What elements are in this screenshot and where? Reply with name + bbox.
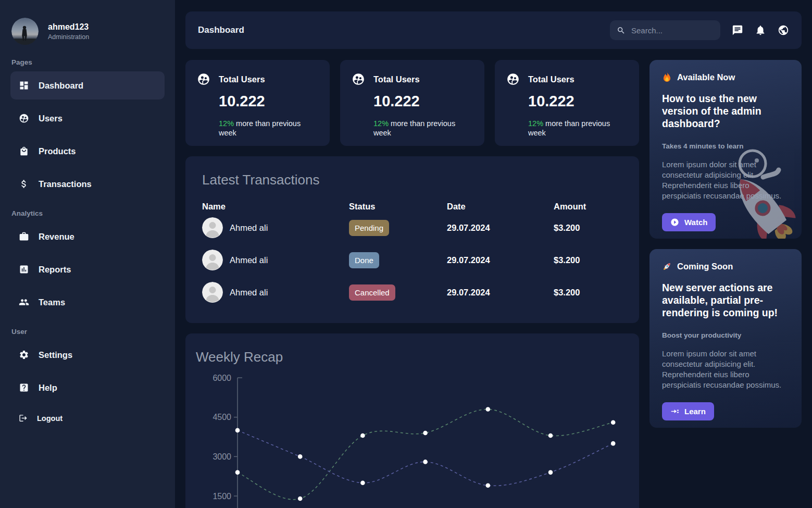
row-avatar: [202, 250, 223, 270]
users-icon: [19, 113, 29, 123]
revenue-icon: [19, 231, 29, 242]
column-header-amount: Amount: [554, 202, 622, 212]
transactions-header-row: NameStatusDateAmount: [202, 202, 622, 212]
products-icon: [19, 146, 29, 156]
search-box[interactable]: [610, 20, 720, 40]
sidebar-nav: PagesDashboardUsersProductsTransactionsA…: [10, 58, 165, 430]
column-header-status: Status: [349, 202, 447, 212]
play-icon: [670, 218, 679, 227]
sidebar-item-label: Reports: [39, 265, 71, 275]
latest-transactions-card: Latest Transactions NameStatusDateAmount…: [185, 156, 639, 323]
status-badge: Done: [349, 252, 379, 268]
app-root: ahmed123 Administration PagesDashboardUs…: [0, 0, 812, 508]
search-icon: [617, 26, 626, 35]
logout-icon: [19, 414, 28, 423]
stat-value: 10.222: [528, 93, 628, 110]
help-icon: [19, 382, 29, 393]
promo-subtext: Boost your productivity: [662, 331, 789, 339]
chat-icon: [732, 24, 743, 36]
sidebar-item-label: Revenue: [39, 232, 74, 242]
start-arrow-icon: [670, 407, 679, 416]
page-title: Dashboard: [198, 25, 244, 35]
promo-subtext: Takes 4 minutes to learn: [662, 142, 789, 150]
column-header-date: Date: [447, 202, 554, 212]
stat-percent: 12%: [219, 119, 234, 128]
transaction-amount: $3.200: [554, 255, 622, 265]
globe-icon: [778, 24, 789, 36]
settings-icon: [19, 350, 29, 360]
users-circle-icon: [197, 72, 210, 86]
promo-card-available-now: Available NowHow to use the new version …: [649, 60, 802, 239]
sidebar-item-settings[interactable]: Settings: [10, 341, 165, 369]
stat-title: Total Users: [373, 75, 420, 84]
sidebar-item-users[interactable]: Users: [10, 104, 165, 132]
stat-value: 10.222: [373, 93, 473, 110]
weekly-recap-chart: 1500300045006000: [196, 368, 629, 508]
teams-icon: [19, 297, 29, 307]
sidebar-item-label: Users: [39, 114, 63, 123]
transaction-amount: $3.200: [554, 288, 622, 298]
main-area: Dashboard: [175, 0, 812, 508]
promo-heading: New server actions are available, partia…: [662, 282, 789, 319]
stat-card-total-users: Total Users10.22212% more than previous …: [185, 60, 330, 146]
stat-title: Total Users: [528, 75, 574, 84]
notifications-button[interactable]: [755, 24, 766, 36]
sidebar-item-label: Settings: [39, 350, 72, 360]
row-avatar: [202, 282, 223, 303]
transaction-date: 29.07.2024: [447, 223, 554, 233]
stat-subtext: 12% more than previous week: [373, 119, 462, 138]
sidebar-item-teams[interactable]: Teams: [10, 288, 165, 316]
promo-tag: Available Now: [662, 72, 789, 82]
sidebar-item-products[interactable]: Products: [10, 137, 165, 165]
status-badge: Pending: [349, 220, 389, 236]
nav-section-label: Pages: [11, 58, 165, 66]
transaction-row: Ahmed aliPending29.07.2024$3.200: [202, 212, 622, 244]
sidebar-item-label: Help: [39, 383, 57, 393]
promo-body: Lorem ipsum dolor sit amet consectetur a…: [662, 159, 789, 201]
svg-text:3000: 3000: [213, 452, 231, 461]
search-input[interactable]: [630, 26, 714, 35]
sidebar-item-logout[interactable]: Logout: [10, 406, 165, 430]
content: Total Users10.22212% more than previous …: [185, 60, 802, 508]
topbar: Dashboard: [185, 11, 802, 49]
learn-button[interactable]: Learn: [662, 402, 714, 420]
profile[interactable]: ahmed123 Administration: [11, 18, 165, 45]
sidebar-item-help[interactable]: Help: [10, 374, 165, 402]
nav-section-label: Analytics: [11, 209, 165, 217]
promo-tag: Coming Soon: [662, 262, 789, 271]
sidebar-item-revenue[interactable]: Revenue: [10, 222, 165, 251]
stat-percent: 12%: [373, 119, 389, 128]
right-column: Available NowHow to use the new version …: [649, 60, 802, 508]
dashboard-icon: [19, 80, 29, 91]
profile-avatar: [11, 18, 39, 45]
weekly-recap-title: Weekly Recap: [196, 349, 629, 365]
svg-text:4500: 4500: [213, 413, 231, 422]
stat-subtext: 12% more than previous week: [219, 119, 307, 138]
transaction-amount: $3.200: [554, 223, 622, 233]
sidebar-item-dashboard[interactable]: Dashboard: [10, 71, 165, 100]
sidebar-item-transactions[interactable]: Transactions: [10, 170, 165, 198]
transaction-name: Ahmed ali: [230, 288, 268, 298]
stat-subtext: 12% more than previous week: [528, 119, 617, 138]
transaction-date: 29.07.2024: [447, 288, 554, 298]
promo-card-coming-soon: Coming SoonNew server actions are availa…: [649, 249, 802, 428]
profile-name: ahmed123: [48, 22, 89, 32]
row-avatar: [202, 217, 223, 238]
profile-photo: [11, 18, 39, 45]
transaction-name: Ahmed ali: [230, 255, 268, 265]
nav-section-label: User: [11, 328, 165, 336]
transaction-row: Ahmed aliDone29.07.2024$3.200: [202, 244, 622, 276]
stat-card-total-users: Total Users10.22212% more than previous …: [340, 60, 484, 146]
sidebar-item-reports[interactable]: Reports: [10, 255, 165, 283]
messages-button[interactable]: [732, 24, 743, 36]
transaction-row: Ahmed aliCancelled29.07.2024$3.200: [202, 276, 622, 308]
bell-icon: [755, 24, 766, 36]
sidebar-item-label: Logout: [37, 414, 63, 423]
sidebar-item-label: Teams: [39, 298, 65, 307]
watch-button[interactable]: Watch: [662, 213, 716, 231]
sidebar-item-label: Products: [39, 146, 76, 156]
promo-body: Lorem ipsum dolor sit amet consectetur a…: [662, 349, 789, 390]
language-button[interactable]: [778, 24, 789, 36]
svg-text:1500: 1500: [213, 492, 231, 501]
rocket-icon: [662, 262, 672, 271]
